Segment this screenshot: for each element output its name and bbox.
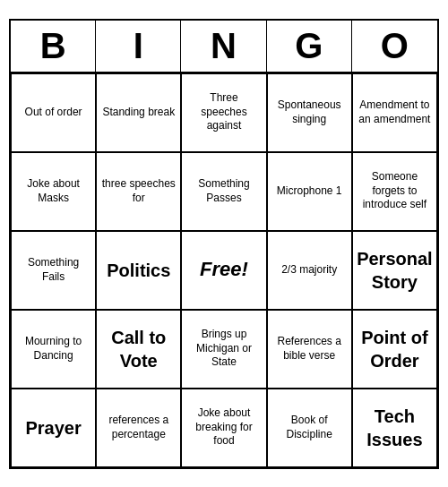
bingo-cell-23: Book of Discipline <box>267 389 352 467</box>
bingo-cell-11: Politics <box>96 231 181 310</box>
bingo-cell-6: three speeches for <box>96 152 181 231</box>
header-letter-n: N <box>181 21 266 72</box>
bingo-cell-19: Point of Order <box>352 310 437 389</box>
bingo-cell-10: Something Fails <box>11 231 96 310</box>
bingo-cell-14: Personal Story <box>352 231 437 310</box>
bingo-cell-15: Mourning to Dancing <box>11 310 96 389</box>
header-letter-g: G <box>267 21 352 72</box>
bingo-cell-4: Amendment to an amendment <box>352 73 437 152</box>
bingo-cell-24: Tech Issues <box>352 389 437 467</box>
bingo-cell-22: Joke about breaking for food <box>181 389 266 467</box>
bingo-cell-1: Standing break <box>96 73 181 152</box>
header-letter-o: O <box>352 21 437 72</box>
bingo-cell-5: Joke about Masks <box>11 152 96 231</box>
bingo-header: BINGO <box>11 21 437 73</box>
bingo-cell-18: References a bible verse <box>267 310 352 389</box>
bingo-cell-8: Microphone 1 <box>267 152 352 231</box>
bingo-cell-21: references a percentage <box>96 389 181 467</box>
bingo-cell-17: Brings up Michigan or State <box>181 310 266 389</box>
bingo-cell-3: Spontaneous singing <box>267 73 352 152</box>
header-letter-i: I <box>96 21 181 72</box>
bingo-cell-7: Something Passes <box>181 152 266 231</box>
bingo-cell-20: Prayer <box>11 389 96 467</box>
header-letter-b: B <box>11 21 96 72</box>
bingo-cell-13: 2/3 majority <box>267 231 352 310</box>
bingo-card: BINGO Out of orderStanding breakThree sp… <box>9 19 439 469</box>
bingo-cell-9: Someone forgets to introduce self <box>352 152 437 231</box>
bingo-grid: Out of orderStanding breakThree speeches… <box>11 73 437 467</box>
bingo-cell-16: Call to Vote <box>96 310 181 389</box>
bingo-cell-12: Free! <box>181 231 266 310</box>
bingo-cell-2: Three speeches against <box>181 73 266 152</box>
bingo-cell-0: Out of order <box>11 73 96 152</box>
